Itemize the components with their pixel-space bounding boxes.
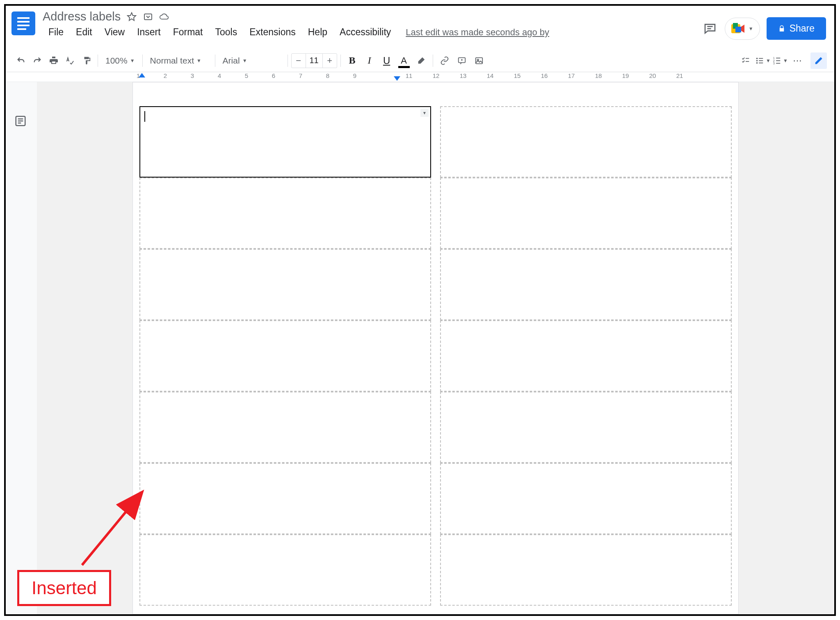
document-title[interactable]: Address labels (43, 10, 121, 23)
label-cell[interactable] (139, 392, 431, 463)
style-select[interactable]: Normal text▼ (146, 53, 212, 68)
svg-text:3: 3 (773, 62, 775, 65)
menu-accessibility[interactable]: Accessibility (334, 25, 397, 39)
bold-button[interactable]: B (344, 52, 361, 69)
underline-button[interactable]: U (379, 52, 395, 69)
chevron-down-icon: ▼ (766, 58, 771, 64)
paint-format-button[interactable] (79, 53, 94, 68)
highlight-button[interactable] (413, 52, 429, 69)
svg-point-15 (756, 57, 758, 59)
label-cell[interactable] (139, 463, 431, 534)
share-label: Share (790, 23, 815, 34)
font-size-group: − + (291, 53, 337, 68)
app-header: Address labels File Edit View Insert For… (6, 6, 834, 49)
label-cell[interactable] (440, 392, 732, 463)
docs-logo[interactable] (11, 11, 35, 35)
label-cell[interactable] (440, 463, 732, 534)
italic-button[interactable]: I (361, 52, 378, 69)
document-page[interactable]: ▼ (132, 82, 739, 614)
star-icon[interactable] (126, 11, 137, 22)
checklist-button[interactable] (737, 52, 754, 69)
comment-button[interactable] (454, 52, 470, 69)
print-button[interactable] (46, 53, 62, 68)
svg-rect-20 (759, 62, 763, 63)
menu-file[interactable]: File (43, 25, 69, 39)
svg-marker-0 (128, 13, 136, 21)
chevron-down-icon: ▼ (196, 58, 201, 64)
label-cell[interactable] (440, 534, 732, 606)
label-cell[interactable] (440, 178, 732, 249)
svg-point-17 (756, 60, 758, 62)
image-button[interactable] (471, 52, 487, 69)
menu-insert[interactable]: Insert (131, 25, 167, 39)
left-sidebar (6, 82, 37, 614)
label-cell[interactable] (139, 178, 431, 249)
label-cell[interactable] (139, 320, 431, 392)
svg-rect-11 (475, 57, 482, 64)
spellcheck-button[interactable] (62, 53, 78, 68)
annotation: Inserted (17, 570, 111, 606)
cell-options-icon[interactable]: ▼ (420, 109, 429, 117)
lock-icon (778, 25, 785, 32)
more-button[interactable]: ⋯ (789, 52, 806, 69)
bullets-button[interactable]: ▼ (755, 52, 771, 69)
redo-button[interactable] (30, 53, 45, 68)
label-grid: ▼ (139, 106, 732, 606)
menu-extensions[interactable]: Extensions (244, 25, 301, 39)
decrease-font-button[interactable]: − (292, 54, 306, 68)
chevron-down-icon: ▼ (130, 58, 135, 64)
svg-point-19 (756, 62, 758, 64)
annotation-label: Inserted (17, 570, 111, 606)
text-color-button[interactable]: A (396, 52, 412, 69)
svg-rect-24 (776, 60, 780, 61)
font-size-input[interactable] (306, 54, 323, 68)
meet-button[interactable]: ▼ (725, 18, 760, 40)
arrow-icon (78, 487, 152, 569)
label-cell[interactable] (139, 249, 431, 320)
edit-status[interactable]: Last edit was made seconds ago by (406, 27, 549, 38)
menu-format[interactable]: Format (167, 25, 209, 39)
menu-tools[interactable]: Tools (210, 25, 243, 39)
ruler[interactable]: 1234567891112131415161718192021 (6, 72, 834, 82)
chevron-down-icon: ▼ (242, 58, 247, 64)
svg-rect-22 (776, 57, 780, 58)
move-icon[interactable] (143, 11, 153, 22)
menu-edit[interactable]: Edit (70, 25, 98, 39)
menu-view[interactable]: View (99, 25, 130, 39)
label-cell[interactable] (440, 106, 732, 178)
label-cell[interactable] (139, 534, 431, 606)
svg-rect-26 (776, 63, 780, 64)
svg-line-32 (82, 495, 139, 565)
chevron-down-icon: ▼ (783, 58, 788, 64)
indent-marker-icon[interactable] (394, 76, 400, 81)
link-button[interactable] (436, 52, 453, 69)
chevron-down-icon: ▼ (749, 26, 753, 32)
toolbar: 100%▼ Normal text▼ Arial▼ − + B I U A ▼ … (6, 49, 834, 72)
font-select[interactable]: Arial▼ (219, 53, 284, 68)
label-cell[interactable] (440, 320, 732, 392)
meet-icon (731, 23, 745, 34)
indent-marker-icon[interactable] (139, 73, 145, 78)
increase-font-button[interactable]: + (323, 54, 337, 68)
share-button[interactable]: Share (767, 17, 826, 40)
svg-rect-6 (735, 27, 741, 32)
label-cell[interactable]: ▼ (139, 106, 431, 178)
outline-icon[interactable] (14, 115, 28, 129)
menu-help[interactable]: Help (302, 25, 333, 39)
numbered-list-button[interactable]: 123▼ (772, 52, 788, 69)
svg-marker-7 (741, 25, 744, 33)
cloud-icon[interactable] (159, 11, 170, 22)
text-cursor (144, 111, 145, 122)
svg-rect-1 (144, 14, 152, 20)
svg-rect-16 (759, 58, 763, 59)
menu-bar: File Edit View Insert Format Tools Exten… (43, 25, 702, 39)
undo-button[interactable] (13, 53, 29, 68)
zoom-select[interactable]: 100%▼ (101, 53, 139, 68)
label-cell[interactable] (440, 249, 732, 320)
editing-mode-button[interactable] (810, 52, 827, 69)
svg-rect-18 (759, 60, 763, 61)
comments-icon[interactable] (702, 21, 718, 37)
